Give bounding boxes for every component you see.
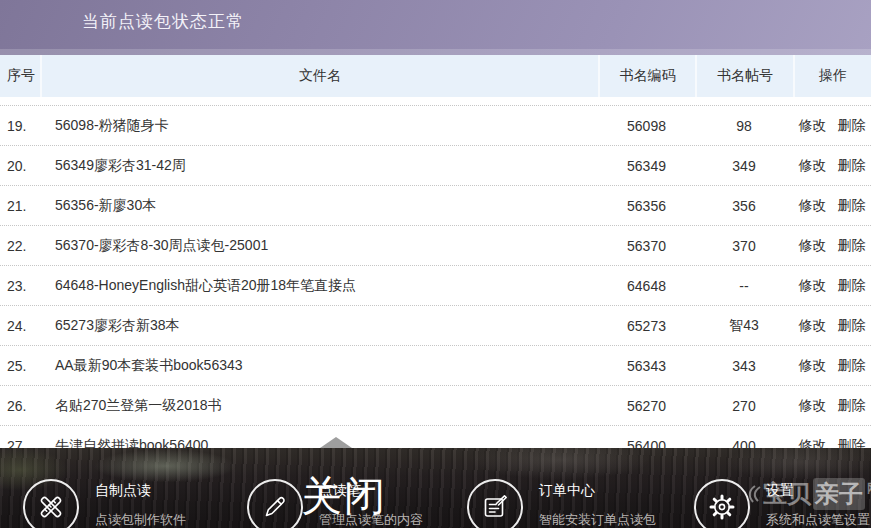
delete-link[interactable]: 删除 bbox=[838, 157, 866, 175]
dock-item-label: 订单中心 bbox=[539, 482, 656, 500]
column-header-post-number: 书名帖号 bbox=[695, 55, 793, 97]
row-number: 23. bbox=[0, 278, 40, 294]
row-post-number: 98 bbox=[695, 118, 793, 134]
watermark-swoosh-icon bbox=[745, 484, 761, 504]
edit-link[interactable]: 修改 bbox=[799, 117, 827, 135]
row-post-number: 270 bbox=[695, 398, 793, 414]
row-book-code: 56370 bbox=[598, 238, 695, 254]
row-post-number: 349 bbox=[695, 158, 793, 174]
row-post-number: -- bbox=[695, 278, 793, 294]
table-row: 24. 65273廖彩杏新38本 65273 智43 修改删除 bbox=[0, 305, 871, 345]
row-number: 20. bbox=[0, 158, 40, 174]
table-row: 21. 56356-新廖30本 56356 356 修改删除 bbox=[0, 185, 871, 225]
row-post-number: 356 bbox=[695, 198, 793, 214]
row-book-code: 65273 bbox=[598, 318, 695, 334]
row-number: 21. bbox=[0, 198, 40, 214]
row-post-number: 343 bbox=[695, 358, 793, 374]
delete-link[interactable]: 删除 bbox=[838, 397, 866, 415]
dock-item-label: 自制点读 bbox=[95, 482, 186, 500]
table-row: 22. 56370-廖彩杏8-30周点读包-25001 56370 370 修改… bbox=[0, 225, 871, 265]
row-book-code: 56098 bbox=[598, 118, 695, 134]
edit-link[interactable]: 修改 bbox=[799, 397, 827, 415]
column-header-filename: 文件名 bbox=[40, 55, 598, 97]
row-filename: 64648-HoneyEnglish甜心英语20册18年笔直接点 bbox=[40, 277, 598, 295]
table-row: 26. 名贴270兰登第一级2018书 56270 270 修改删除 bbox=[0, 385, 871, 425]
status-bar: 当前点读包状态正常 bbox=[0, 0, 871, 55]
row-number: 26. bbox=[0, 398, 40, 414]
delete-link[interactable]: 删除 bbox=[838, 357, 866, 375]
edit-link[interactable]: 修改 bbox=[799, 357, 827, 375]
row-number: 25. bbox=[0, 358, 40, 374]
delete-link[interactable]: 删除 bbox=[838, 277, 866, 295]
edit-link[interactable]: 修改 bbox=[799, 317, 827, 335]
row-filename: 56370-廖彩杏8-30周点读包-25001 bbox=[40, 237, 598, 255]
gear-icon bbox=[694, 479, 750, 528]
row-filename: 56356-新廖30本 bbox=[40, 197, 598, 215]
row-book-code: 56349 bbox=[598, 158, 695, 174]
crossed-pens-icon bbox=[23, 479, 79, 528]
column-header-book-code: 书名编码 bbox=[598, 55, 695, 97]
watermark-text-1: 宝贝 bbox=[763, 478, 811, 510]
delete-link[interactable]: 删除 bbox=[838, 117, 866, 135]
row-number: 22. bbox=[0, 238, 40, 254]
table-row: 20. 56349廖彩杏31-42周 56349 349 修改删除 bbox=[0, 145, 871, 185]
watermark-text-2: 亲子 bbox=[813, 478, 865, 510]
column-header-index: 序号 bbox=[0, 67, 40, 85]
delete-link[interactable]: 删除 bbox=[838, 197, 866, 215]
table-row: 19. 56098-粉猪随身卡 56098 98 修改删除 bbox=[0, 105, 871, 145]
row-book-code: 64648 bbox=[598, 278, 695, 294]
edit-link[interactable]: 修改 bbox=[799, 157, 827, 175]
row-book-code: 56270 bbox=[598, 398, 695, 414]
dock-item-subtitle: 智能安装订单点读包 bbox=[539, 511, 656, 528]
watermark-text-3: 网 bbox=[867, 480, 871, 497]
table-row: 23. 64648-HoneyEnglish甜心英语20册18年笔直接点 646… bbox=[0, 265, 871, 305]
dock-item-selfmade-reader[interactable]: 自制点读 点读包制作软件 bbox=[23, 479, 186, 528]
row-filename: 名贴270兰登第一级2018书 bbox=[40, 397, 598, 415]
row-book-code: 56356 bbox=[598, 198, 695, 214]
row-post-number: 370 bbox=[695, 238, 793, 254]
edit-link[interactable]: 修改 bbox=[799, 197, 827, 215]
delete-link[interactable]: 删除 bbox=[838, 317, 866, 335]
row-filename: 56098-粉猪随身卡 bbox=[40, 117, 598, 135]
row-filename: 65273廖彩杏新38本 bbox=[40, 317, 598, 335]
pencil-icon bbox=[247, 479, 303, 528]
dock-item-order-center[interactable]: 订单中心 智能安装订单点读包 bbox=[467, 479, 656, 528]
edit-link[interactable]: 修改 bbox=[799, 237, 827, 255]
tooltip-arrow-icon bbox=[320, 437, 352, 448]
row-post-number: 智43 bbox=[695, 317, 793, 335]
dock-item-subtitle: 点读包制作软件 bbox=[95, 511, 186, 528]
watermark-logo: 宝贝 亲子 网 bbox=[745, 478, 871, 510]
close-tooltip[interactable]: 关闭 bbox=[301, 469, 387, 524]
row-number: 24. bbox=[0, 318, 40, 334]
order-icon bbox=[467, 479, 523, 528]
row-book-code: 56343 bbox=[598, 358, 695, 374]
row-number: 19. bbox=[0, 118, 40, 134]
table-body-spacer bbox=[0, 97, 871, 105]
row-filename: 56349廖彩杏31-42周 bbox=[40, 157, 598, 175]
table-row: 25. AA最新90本套装书book56343 56343 343 修改删除 bbox=[0, 345, 871, 385]
row-filename: AA最新90本套装书book56343 bbox=[40, 357, 598, 375]
table-header: 序号 文件名 书名编码 书名帖号 操作 bbox=[0, 55, 871, 97]
dock-item-subtitle: 系统和点读笔设置 bbox=[766, 511, 870, 528]
column-header-actions: 操作 bbox=[793, 55, 871, 97]
delete-link[interactable]: 删除 bbox=[838, 237, 866, 255]
status-text: 当前点读包状态正常 bbox=[82, 10, 244, 33]
edit-link[interactable]: 修改 bbox=[799, 277, 827, 295]
